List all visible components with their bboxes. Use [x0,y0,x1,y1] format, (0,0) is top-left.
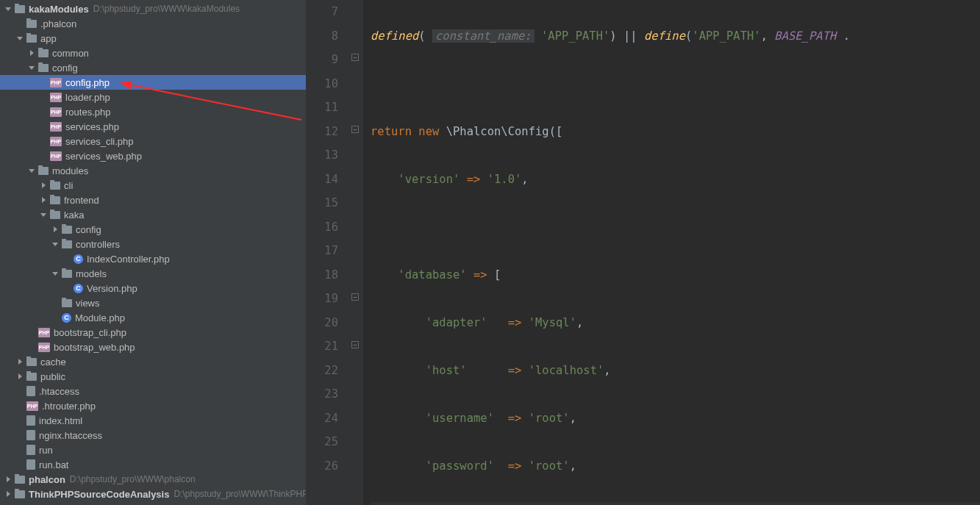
expand-arrow-icon[interactable] [51,270,59,277]
tree-node-config[interactable]: config [0,222,306,237]
tree-node-label: bootstrap_web.php [54,342,135,353]
tree-node-module-php[interactable]: Module.php [0,310,306,325]
class-file-icon [74,254,83,264]
expand-arrow-icon[interactable] [40,211,47,218]
tree-node-kaka[interactable]: kaka [0,207,306,222]
tree-node--htrouter-php[interactable]: .htrouter.php [0,398,306,413]
expand-arrow-icon[interactable] [28,167,35,174]
expand-arrow-icon[interactable] [51,240,59,248]
line-number: 12 [306,120,338,144]
fold-mark-icon[interactable]: − [351,54,359,61]
tree-node-label: frontend [64,195,99,206]
tree-node-label: cli [64,180,73,191]
expand-arrow-icon[interactable] [16,358,24,365]
folder-icon [38,49,49,57]
tree-node-routes-php[interactable]: routes.php [0,104,306,119]
tree-node-modules[interactable]: modules [0,163,306,178]
line-number: 15 [306,191,338,215]
line-number: 16 [306,215,338,240]
folder-icon [26,20,37,28]
code-line: 'database' => [ [371,263,980,287]
fold-mark-icon[interactable]: − [351,126,359,133]
fold-mark-icon[interactable]: − [351,341,359,348]
tree-node-config[interactable]: config [0,60,306,75]
line-number: 8 [306,24,338,49]
tree-node-nginx-htaccess[interactable]: nginx.htaccess [0,428,306,443]
tree-node-controllers[interactable]: controllers [0,237,306,251]
folder-icon [62,240,72,248]
tree-node-models[interactable]: models [0,266,306,281]
line-number: 9 [306,48,338,72]
line-number: 19 [306,287,338,311]
tree-node-label: cache [40,357,66,368]
tree-node-index-html[interactable]: index.html [0,413,306,428]
tree-node-label: Module.php [75,312,125,323]
tree-node-path: D:\phpstudy_pro\WWW\ThinkPHP [174,489,306,499]
expand-arrow-icon[interactable] [40,196,47,204]
tree-node-frontend[interactable]: frontend [0,193,306,207]
tree-node-views[interactable]: views [0,296,306,310]
expand-arrow-icon[interactable] [28,49,35,57]
tree-node-version-php[interactable]: Version.php [0,281,306,296]
folder-icon [38,64,49,72]
tree-node-bootstrap-cli-php[interactable]: bootstrap_cli.php [0,325,306,340]
tree-node-label: .phalcon [40,18,76,29]
tree-node-phalcon[interactable]: phalconD:\phpstudy_pro\WWW\phalcon [0,472,306,487]
expand-arrow-icon[interactable] [16,373,24,380]
line-number: 11 [306,96,338,120]
code-line: 'host' => 'localhost', [371,359,980,383]
folder-icon [50,182,60,190]
line-number: 21 [306,334,338,359]
folder-icon [15,5,25,13]
tree-node-public[interactable]: public [0,369,306,384]
tree-node-indexcontroller-php[interactable]: IndexController.php [0,251,306,266]
tree-node-cli[interactable]: cli [0,178,306,193]
code-line: defined( constant_name: 'APP_PATH') || d… [371,24,980,49]
class-file-icon [62,313,71,323]
tree-node--phalcon[interactable]: .phalcon [0,16,306,31]
line-number: 13 [306,143,338,168]
tree-node-cache[interactable]: cache [0,354,306,369]
expand-arrow-icon[interactable] [16,35,24,42]
project-tree-sidebar[interactable]: kakaModulesD:\phpstudy_pro\WWW\kakaModul… [0,0,306,505]
tree-node-services-cli-php[interactable]: services_cli.php [0,134,306,148]
fold-mark-icon[interactable]: − [351,293,359,301]
folder-icon [38,167,49,175]
tree-node-label: .htaccess [39,386,79,397]
php-file-icon [50,151,62,161]
tree-node-label: IndexController.php [87,254,170,265]
folder-icon [62,270,72,278]
expand-arrow-icon[interactable] [4,476,12,483]
generic-file-icon [26,430,35,440]
tree-node-thinkphpsourcecodeanalysis[interactable]: ThinkPHPSourceCodeAnalysisD:\phpstudy_pr… [0,487,306,501]
line-number: 10 [306,72,338,96]
fold-column[interactable]: − − − − [351,0,363,505]
tree-node-app[interactable]: app [0,31,306,46]
line-number: 18 [306,263,338,287]
expand-arrow-icon[interactable] [51,226,59,233]
code-line: 'password' => 'root', [371,454,980,479]
expand-arrow-icon[interactable] [4,5,12,12]
expand-arrow-icon[interactable] [28,64,35,71]
folder-icon [62,226,72,234]
tree-node-loader-php[interactable]: loader.php [0,90,306,104]
code-line [371,215,980,240]
tree-node-label: run [39,445,53,456]
php-file-icon [50,78,62,87]
tree-node-common[interactable]: common [0,46,306,60]
tree-node-services-php[interactable]: services.php [0,119,306,134]
folder-icon [26,358,37,366]
tree-node-run[interactable]: run [0,443,306,457]
tree-node-config-php[interactable]: config.php [0,75,306,90]
tree-node--htaccess[interactable]: .htaccess [0,384,306,398]
tree-node-run-bat[interactable]: run.bat [0,457,306,472]
line-number: 23 [306,382,338,406]
code-area[interactable]: defined( constant_name: 'APP_PATH') || d… [363,0,980,505]
expand-arrow-icon[interactable] [4,490,12,498]
tree-node-services-web-php[interactable]: services_web.php [0,148,306,163]
expand-arrow-icon[interactable] [40,182,47,189]
tree-node-label: loader.php [65,92,110,103]
tree-node-bootstrap-web-php[interactable]: bootstrap_web.php [0,340,306,354]
code-editor[interactable]: 7891011121314151617181920212223242526 − … [306,0,980,505]
tree-node-kakamodules[interactable]: kakaModulesD:\phpstudy_pro\WWW\kakaModul… [0,1,306,16]
